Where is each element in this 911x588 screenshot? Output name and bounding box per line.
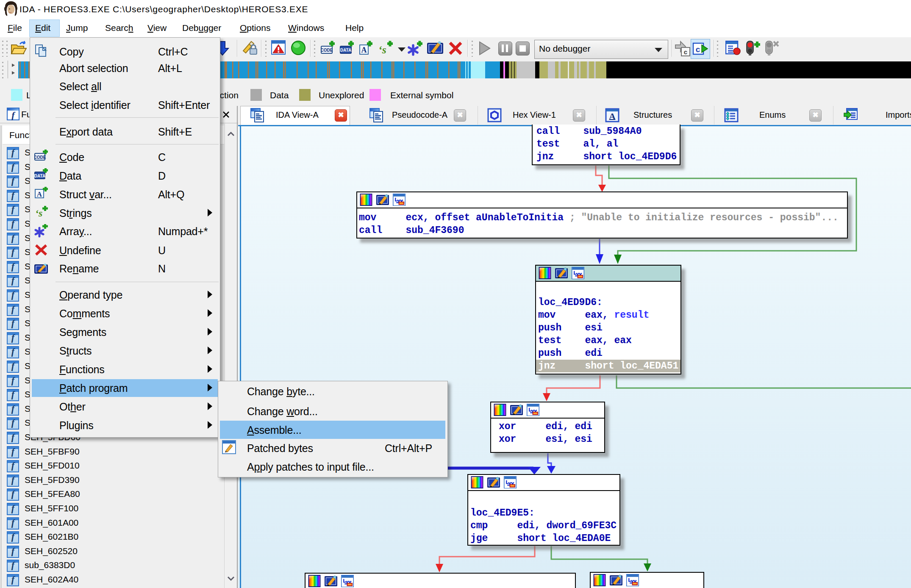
svg-text:A: A [361,46,367,54]
svg-text:c: c [696,45,700,54]
svg-text:DATA: DATA [34,174,45,178]
svg-text:‘s: ‘s [378,44,386,56]
svg-text:CODE: CODE [34,155,46,160]
svg-text:DATA: DATA [340,48,351,53]
svg-text:CODE: CODE [321,48,333,53]
svg-text:‘s: ‘s [35,208,42,219]
svg-text:c: c [684,48,687,55]
svg-text:A: A [37,190,42,198]
